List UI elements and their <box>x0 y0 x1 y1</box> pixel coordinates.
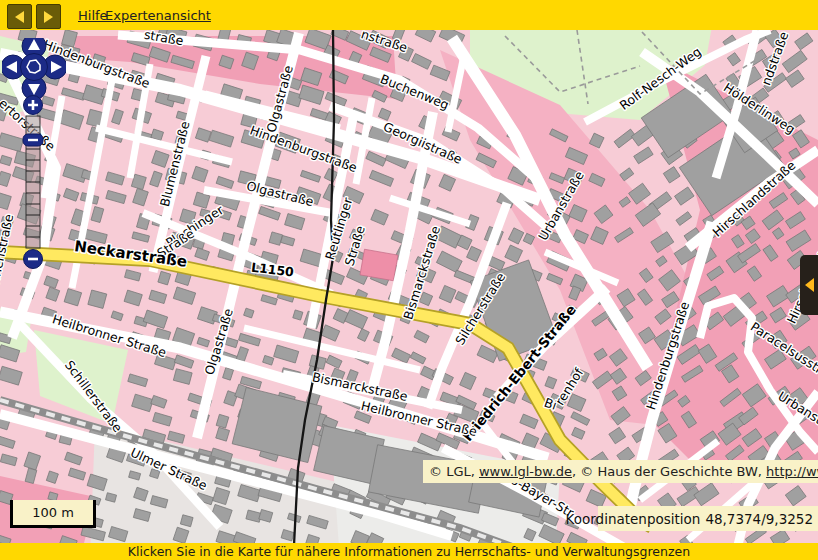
map-navigation-control <box>2 38 66 274</box>
expertenansicht-link[interactable]: Expertenansicht <box>105 8 211 23</box>
zoom-control <box>23 96 43 269</box>
lgl-link[interactable]: www.lgl-bw.de <box>479 464 572 479</box>
panel-arrow-left-icon <box>805 278 814 292</box>
reset-view-button[interactable] <box>21 54 48 81</box>
scale-bar-label: 100 m <box>32 505 74 520</box>
coordinate-label: Koordinatenposition <box>566 511 701 527</box>
attribution-bar: © LGL, www.lgl-bw.de, © Haus der Geschic… <box>423 460 818 483</box>
hdgbw-link[interactable]: http://www.hdgbw.de <box>766 464 818 479</box>
coordinate-readout: Koordinatenposition 48,7374/9,3252 <box>598 506 818 531</box>
attribution-text: © LGL, <box>429 464 479 479</box>
map-viewer-app: { "header": { "hilfe": "Hilfe", "experte… <box>0 0 818 560</box>
footer-bar: Klicken Sie in die Karte für nähere Info… <box>0 543 818 560</box>
header-bar: Hilfe Expertenansicht <box>0 0 818 30</box>
side-panel-toggle-button[interactable] <box>800 255 818 315</box>
coordinate-value: 48,7374/9,3252 <box>705 511 813 527</box>
history-back-button[interactable] <box>7 4 32 29</box>
hilfe-link[interactable]: Hilfe <box>78 8 108 23</box>
attribution-text: , © Haus der Geschichte BW, <box>572 464 766 479</box>
right-arrow-icon <box>44 11 53 23</box>
left-arrow-icon <box>15 11 24 23</box>
pan-compass <box>2 38 66 100</box>
scale-bar: 100 m <box>10 500 96 528</box>
footer-message: Klicken Sie in die Karte für nähere Info… <box>128 544 690 559</box>
history-forward-button[interactable] <box>36 4 61 29</box>
